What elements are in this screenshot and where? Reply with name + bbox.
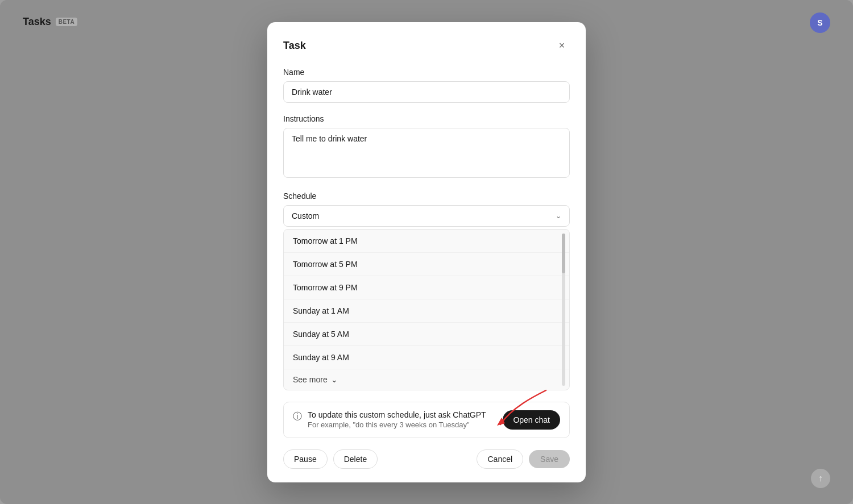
name-label: Name — [283, 68, 570, 77]
chevron-down-small-icon: ⌄ — [331, 375, 338, 384]
info-text-block: To update this custom schedule, just ask… — [308, 410, 486, 429]
modal-footer: Pause Delete Cancel Save — [283, 449, 570, 469]
schedule-option-2[interactable]: Tomorrow at 9 PM — [284, 276, 569, 299]
delete-button[interactable]: Delete — [333, 449, 378, 469]
info-box: ⓘ To update this custom schedule, just a… — [283, 402, 570, 438]
instructions-field-group: Instructions Tell me to drink water — [283, 114, 570, 180]
info-sub-text: For example, "do this every 3 weeks on T… — [308, 420, 486, 429]
footer-left-actions: Pause Delete — [283, 449, 378, 469]
schedule-field-group: Schedule Custom ⌄ Tomorrow at 1 PM Tomor… — [283, 191, 570, 390]
schedule-dropdown[interactable]: Custom ⌄ — [283, 205, 570, 227]
info-icon: ⓘ — [293, 411, 302, 423]
name-field-group: Name — [283, 68, 570, 103]
schedule-options-list: Tomorrow at 1 PM Tomorrow at 5 PM Tomorr… — [283, 229, 570, 390]
footer-right-actions: Cancel Save — [477, 449, 570, 469]
open-chat-button[interactable]: Open chat — [503, 410, 560, 430]
name-input[interactable] — [283, 81, 570, 103]
modal-title: Task — [283, 40, 306, 52]
task-modal: Task × Name Instructions Tell me to drin… — [267, 22, 586, 482]
schedule-option-3[interactable]: Sunday at 1 AM — [284, 299, 569, 323]
cancel-button[interactable]: Cancel — [477, 449, 523, 469]
see-more-button[interactable]: See more ⌄ — [284, 369, 569, 390]
modal-overlay: Task × Name Instructions Tell me to drin… — [0, 0, 853, 504]
schedule-option-0[interactable]: Tomorrow at 1 PM — [284, 230, 569, 253]
modal-header: Task × — [283, 38, 570, 54]
schedule-label: Schedule — [283, 191, 570, 201]
schedule-selected-value: Custom — [292, 211, 319, 220]
instructions-input[interactable]: Tell me to drink water — [283, 128, 570, 178]
schedule-options-wrapper: Tomorrow at 1 PM Tomorrow at 5 PM Tomorr… — [283, 229, 570, 390]
schedule-option-4[interactable]: Sunday at 5 AM — [284, 323, 569, 346]
schedule-option-5[interactable]: Sunday at 9 AM — [284, 346, 569, 369]
instructions-label: Instructions — [283, 114, 570, 123]
pause-button[interactable]: Pause — [283, 449, 328, 469]
chevron-down-icon: ⌄ — [556, 212, 561, 220]
schedule-option-1[interactable]: Tomorrow at 5 PM — [284, 253, 569, 276]
close-button[interactable]: × — [554, 38, 570, 54]
scrollbar-track — [562, 234, 565, 386]
info-box-content: ⓘ To update this custom schedule, just a… — [293, 410, 496, 429]
save-button[interactable]: Save — [529, 450, 570, 468]
scrollbar-thumb[interactable] — [562, 234, 565, 273]
info-main-text: To update this custom schedule, just ask… — [308, 410, 486, 419]
